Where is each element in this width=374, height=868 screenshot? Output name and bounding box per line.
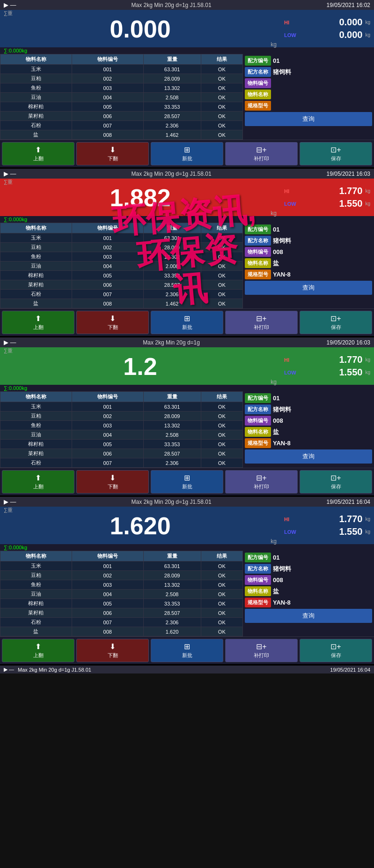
table-header-row: 物料名称物料编号重量结果 [0,392,243,402]
btn-label: 新批 [182,483,192,490]
btn-icon: ⊡+ [330,642,341,651]
toolbar-btn-上翻[interactable]: ⬆ 上翻 [2,311,74,334]
btn-label: 保存 [331,324,341,331]
toolbar-btn-下翻[interactable]: ⬇ 下翻 [76,142,149,165]
info-value: 猪饲料 [273,405,291,414]
hi-row: HI 1.770 kg [284,186,370,196]
toolbar-btn-上翻[interactable]: ⬆ 上翻 [2,470,74,494]
btn-icon: ⊟+ [256,473,266,482]
toolbar-btn-新批[interactable]: ⊞ 新批 [151,311,223,334]
hi-label: HI [284,188,296,194]
info-row: 规格型号 YAN-8 [245,269,372,279]
screen-panel-2: 环保资讯,环保资讯 ▶ — Max 2kg Min 20g d=1g J1.58… [0,169,374,337]
btn-label: 上翻 [33,483,44,490]
toolbar-btn-保存[interactable]: ⊡+ 保存 [300,311,372,334]
table-header-row: 物料名称物料编号重量结果 [0,223,243,233]
toolbar-btn-新批[interactable]: ⊞ 新批 [151,639,223,662]
toolbar-btn-补打印[interactable]: ⊟+ 补打印 [225,470,298,494]
info-value: 01 [273,395,279,402]
info-badge: 配方编号 [245,56,271,66]
hi-value: 1.770 [299,514,362,524]
table-row: 豆粕00228.009OK [0,243,243,252]
toolbar-btn-保存[interactable]: ⊡+ 保存 [300,639,372,662]
info-row: 配方名称 猪饲料 [245,236,372,246]
info-badge: 物料编号 [245,575,271,585]
table-header: 物料名称 [0,392,72,402]
query-button[interactable]: 查询 [245,609,372,623]
btn-label: 补打印 [254,652,269,659]
weight-unit: kg [4,379,277,385]
low-label: LOW [284,201,296,207]
toolbar-btn-新批[interactable]: ⊞ 新批 [151,470,223,494]
toolbar-btn-补打印[interactable]: ⊟+ 补打印 [225,639,298,662]
specs-text: Max 2kg Min 20g d=1g J1.58.01 [132,499,212,505]
preset-row: ∑:0.000kg [0,47,374,54]
table-row: 菜籽粕00628.507OK [0,608,243,618]
info-value: 008 [273,248,283,255]
toolbar-btn-补打印[interactable]: ⊟+ 补打印 [225,311,298,334]
data-table-wrapper: 物料名称物料编号重量结果 玉米00163.301OK 豆粕00228.009OK… [0,551,374,636]
main-weight: 1.2 [4,354,277,379]
data-table: 物料名称物料编号重量结果 玉米00163.301OK 豆粕00228.009OK… [0,223,243,308]
btn-icon: ⬇ [110,642,116,651]
low-label: LOW [284,32,296,38]
datetime: 19/05/2021 16:03 [327,171,370,177]
status-icon: ▶ — [4,170,16,177]
hi-value: 1.770 [299,186,362,196]
table-row: 棉籽粕00533.353OK [0,271,243,280]
toolbar-btn-上翻[interactable]: ⬆ 上翻 [2,142,74,165]
info-row: 配方编号 01 [245,393,372,403]
table-row: 盐0081.462OK [0,299,243,308]
toolbar-btn-上翻[interactable]: ⬆ 上翻 [2,639,74,662]
table-row: 豆粕00228.009OK [0,571,243,580]
table-row: 鱼粉00313.302OK [0,83,243,93]
weight-display-left: ∑重 1.882 kg [0,179,280,216]
toolbar-btn-补打印[interactable]: ⊟+ 补打印 [225,142,298,165]
query-button[interactable]: 查询 [245,449,372,464]
table-row: 豆油0042.508OK [0,430,243,440]
table-row: 盐0081.620OK [0,627,243,636]
main-weight: 1.620 [4,514,277,538]
toolbar-btn-下翻[interactable]: ⬇ 下翻 [76,470,149,494]
toolbar-btn-保存[interactable]: ⊡+ 保存 [300,142,372,165]
info-value: 猪饲料 [273,565,291,573]
info-badge: 配方编号 [245,393,271,403]
table-header: 重量 [143,223,201,233]
query-button[interactable]: 查询 [245,112,372,126]
datetime: 19/05/2020 16:03 [327,339,370,346]
toolbar-btn-下翻[interactable]: ⬇ 下翻 [76,639,149,662]
table-row: 石粉0072.306OK [0,458,243,468]
table-row: 菜籽粕00628.507OK [0,280,243,290]
btn-label: 下翻 [108,155,118,162]
info-row: 配方名称 猪饲料 [245,404,372,414]
low-unit: kg [365,529,370,534]
hi-unit: kg [365,20,370,25]
table-header: 重量 [143,551,201,561]
info-value: 猪饲料 [273,237,291,245]
toolbar-btn-新批[interactable]: ⊞ 新批 [151,142,223,165]
weight-unit: kg [4,538,277,545]
info-badge: 规格型号 [245,438,271,448]
preset-row: ∑:0.000kg [0,385,374,391]
info-value: 01 [273,226,279,233]
table-row: 玉米00163.301OK [0,402,243,412]
btn-label: 保存 [331,483,341,490]
datetime: 19/05/2021 16:04 [327,499,370,505]
info-badge: 物料编号 [245,416,271,426]
query-button[interactable]: 查询 [245,281,372,295]
toolbar-btn-下翻[interactable]: ⬇ 下翻 [76,311,149,334]
table-header: 重量 [143,392,201,402]
info-badge: 规格型号 [245,598,271,607]
info-badge: 配方编号 [245,553,271,562]
info-badge: 物料编号 [245,78,271,88]
toolbar-btn-保存[interactable]: ⊡+ 保存 [300,470,372,494]
info-badge: 配方名称 [245,564,271,574]
hi-row: HI 1.770 kg [284,514,370,524]
status-bar: ▶ — Max 2kg Min 20g d=1g J1.58.01 19/05/… [0,0,374,10]
btn-icon: ⬇ [110,314,116,323]
toolbar: ⬆ 上翻 ⬇ 下翻 ⊞ 新批 ⊟+ 补打印 ⊡+ 保存 [0,308,374,336]
btn-icon: ⊡+ [330,473,341,482]
info-row: 物料名称 盐 [245,586,372,596]
table-header: 结果 [201,551,242,561]
main-display: ∑重 1.2 kg HI 1.770 kg LOW 1.550 kg [0,347,374,385]
